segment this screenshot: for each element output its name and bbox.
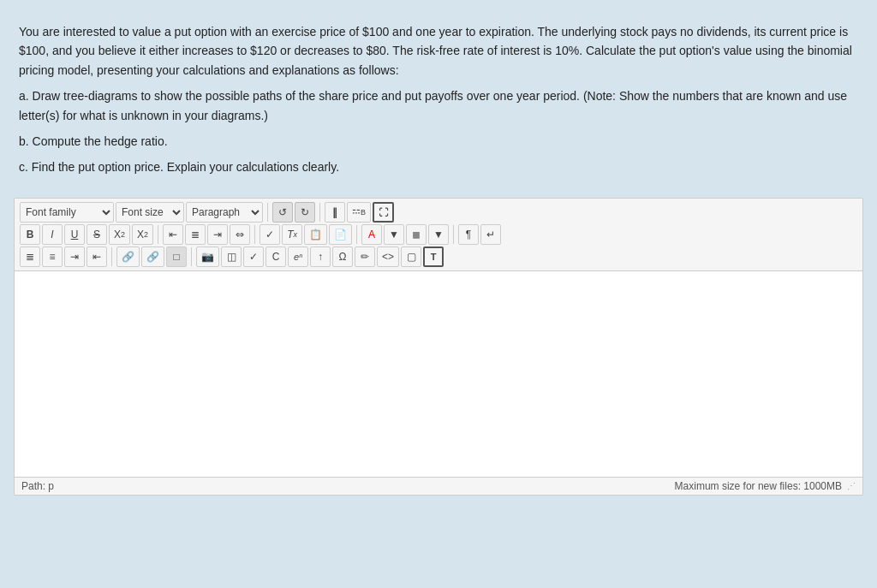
resize-handle[interactable]: ⋰	[847, 481, 856, 490]
rtl-button[interactable]: ↵	[480, 224, 501, 245]
sep-2	[319, 203, 320, 222]
ordered-list-button[interactable]: ≣	[20, 246, 40, 267]
copy-button[interactable]: 📋	[304, 224, 327, 245]
link-button[interactable]: 🔗	[116, 246, 140, 267]
checkmark-button[interactable]: ✓	[243, 246, 264, 267]
paste-button[interactable]: 📄	[329, 224, 352, 245]
italic-button[interactable]: I	[42, 224, 63, 245]
max-size-label: Maximum size for new files: 1000MB	[675, 480, 842, 492]
nonbreaking-button[interactable]: ‖	[325, 202, 345, 223]
table-button[interactable]: ✏	[355, 246, 375, 267]
strikethrough-button[interactable]: S	[87, 224, 107, 245]
highlight-dropdown[interactable]: ▼	[428, 224, 449, 245]
underline-button[interactable]: U	[64, 224, 85, 245]
align-right-button[interactable]: ⇥	[207, 224, 228, 245]
subscript-special-button[interactable]: 𝌂B	[347, 202, 371, 223]
upload-button[interactable]: ↑	[310, 246, 331, 267]
font-color-dropdown[interactable]: ▼	[384, 224, 404, 245]
editor-body[interactable]	[15, 271, 862, 477]
superscript-button[interactable]: X2	[132, 224, 153, 245]
fullscreen-button[interactable]: ⛶	[373, 202, 394, 223]
question-part-b: b. Compute the hedge ratio.	[19, 132, 858, 151]
unordered-list-button[interactable]: ≡	[42, 246, 63, 267]
bookmark-button[interactable]: ▢	[401, 246, 421, 267]
image-button[interactable]: 📷	[196, 246, 219, 267]
sep-5	[356, 225, 357, 244]
toolbar-row-1: Font family Font size Paragraph ↺ ↻ ‖ 𝌂B…	[20, 202, 857, 223]
indent-button[interactable]: ⇥	[64, 246, 85, 267]
font-family-select[interactable]: Font family	[20, 202, 114, 223]
question-part-a: a. Draw tree-diagrams to show the possib…	[19, 86, 858, 125]
justify-button[interactable]: ⇔	[230, 224, 250, 245]
font-size-select[interactable]: Font size	[116, 202, 184, 223]
ltr-button[interactable]: ¶	[458, 224, 479, 245]
undo-button[interactable]: ↺	[272, 202, 293, 223]
toolbar-row-3: ≣ ≡ ⇥ ⇤ 🔗 🔗 □ 📷 ◫ ✓ C eⁿ ↑ Ω ✏ <> ▢ T	[20, 246, 857, 267]
sep-4	[254, 225, 255, 244]
subscript-button[interactable]: X2	[109, 224, 130, 245]
code-button[interactable]: <>	[377, 246, 399, 267]
align-center-button[interactable]: ≣	[185, 224, 206, 245]
font-color-button[interactable]: A	[361, 224, 382, 245]
sep-7	[111, 247, 112, 266]
redo-button[interactable]: ↻	[295, 202, 315, 223]
outdent-button[interactable]: ⇤	[87, 246, 107, 267]
sep-6	[453, 225, 454, 244]
unlink-button[interactable]: 🔗	[141, 246, 164, 267]
template-button[interactable]: T	[423, 246, 444, 267]
blockquote-button[interactable]: ✓	[260, 224, 280, 245]
refresh-button[interactable]: C	[265, 246, 286, 267]
editor-footer: Path: p Maximum size for new files: 1000…	[15, 477, 862, 495]
embed-button[interactable]: eⁿ	[288, 246, 308, 267]
omega-button[interactable]: Ω	[332, 246, 353, 267]
toolbar-row-2: B I U S X2 X2 ⇤ ≣ ⇥ ⇔ ✓ Tx 📋 📄 A ▼ ◼ ▼ ¶…	[20, 224, 857, 245]
sep-8	[191, 247, 192, 266]
question-part-c: c. Find the put option price. Explain yo…	[19, 157, 858, 176]
sep-3	[158, 225, 158, 244]
media-button[interactable]: ◫	[221, 246, 242, 267]
anchor-button[interactable]: □	[166, 246, 187, 267]
question-intro: You are interested to value a put option…	[19, 22, 858, 80]
align-left-button[interactable]: ⇤	[163, 224, 183, 245]
sep-1	[267, 203, 268, 222]
editor-container: Font family Font size Paragraph ↺ ↻ ‖ 𝌂B…	[14, 198, 863, 496]
highlight-button[interactable]: ◼	[406, 224, 427, 245]
editor-path: Path: p	[21, 480, 54, 492]
question-text: You are interested to value a put option…	[14, 14, 863, 198]
paragraph-select[interactable]: Paragraph	[186, 202, 263, 223]
bold-button[interactable]: B	[20, 224, 40, 245]
clear-format-button[interactable]: Tx	[282, 224, 302, 245]
toolbar: Font family Font size Paragraph ↺ ↻ ‖ 𝌂B…	[15, 199, 862, 271]
